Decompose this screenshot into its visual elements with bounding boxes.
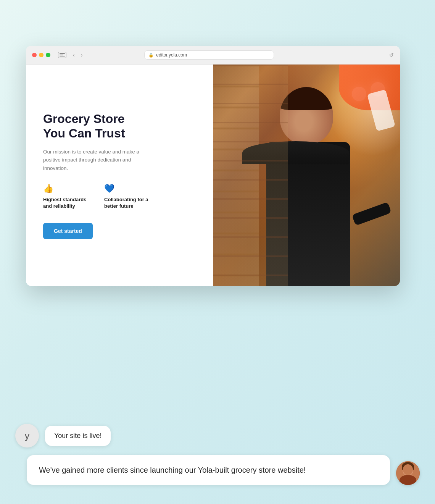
chat-bubble-2-content: We've gained more clients since launchin… <box>27 455 390 485</box>
svg-point-1 <box>403 465 413 476</box>
person-shoulders <box>242 141 349 164</box>
lock-icon: 🔒 <box>148 53 154 58</box>
user-avatar <box>396 461 420 485</box>
feature-collaboration: 💙 Collaborating for a better future <box>104 184 150 210</box>
maximize-button[interactable] <box>46 53 50 57</box>
chat-bubble-2-row: We've gained more clients since launchin… <box>27 455 420 485</box>
browser-toolbar: ‹ › 🔒 editor.yola.com ↺ <box>26 46 400 65</box>
shelf-left <box>213 65 259 286</box>
sidebar-toggle-button[interactable] <box>58 52 66 58</box>
user-avatar-svg <box>396 461 420 485</box>
svg-rect-3 <box>402 467 414 470</box>
feature-standards-label: Highest standards and reliability <box>43 197 89 210</box>
minimize-button[interactable] <box>39 53 44 57</box>
chat-section: y Your site is live! We've gained more c… <box>15 424 420 485</box>
hero-description: Our mission is to create value and make … <box>43 148 150 173</box>
svg-point-4 <box>400 478 416 485</box>
svg-point-2 <box>402 462 414 471</box>
browser-window: ‹ › 🔒 editor.yola.com ↺ Grocery Store Yo… <box>26 46 400 286</box>
thumbs-up-icon: 👍 <box>43 184 89 194</box>
reload-button[interactable]: ↺ <box>389 52 394 58</box>
sidebar-icon <box>58 52 66 58</box>
hero-title: Grocery Store You Can Trust <box>43 111 196 141</box>
traffic-lights <box>32 53 50 57</box>
browser-content: Grocery Store You Can Trust Our mission … <box>26 65 400 286</box>
features-row: 👍 Highest standards and reliability 💙 Co… <box>43 184 196 210</box>
person-hair <box>280 87 333 110</box>
chat-bubble-1-row: y Your site is live! <box>15 424 420 447</box>
yola-avatar-letter: y <box>25 430 30 442</box>
sidebar-icon-line <box>60 55 63 55</box>
svg-point-0 <box>396 461 420 485</box>
grocery-store-image <box>213 65 400 286</box>
yola-avatar: y <box>15 424 39 447</box>
hero-title-line1: Grocery Store <box>43 112 124 126</box>
heart-icon: 💙 <box>104 184 150 194</box>
close-button[interactable] <box>32 53 37 57</box>
hero-left-panel: Grocery Store You Can Trust Our mission … <box>26 65 213 286</box>
hero-title-line2: You Can Trust <box>43 126 125 140</box>
sidebar-icon-line <box>60 57 65 57</box>
forward-button[interactable]: › <box>79 51 85 59</box>
person-arm <box>351 202 391 226</box>
get-started-button[interactable]: Get started <box>43 223 93 239</box>
browser-nav: ‹ › <box>71 51 84 59</box>
person-head <box>280 87 333 144</box>
url-text: editor.yola.com <box>156 52 187 58</box>
sidebar-icon-line <box>60 53 65 54</box>
back-button[interactable]: ‹ <box>71 51 77 59</box>
hero-image-panel <box>213 65 400 286</box>
feature-standards: 👍 Highest standards and reliability <box>43 184 89 210</box>
feature-collaboration-label: Collaborating for a better future <box>104 197 150 210</box>
chat-bubble-1-content: Your site is live! <box>45 426 111 446</box>
address-bar[interactable]: 🔒 editor.yola.com <box>144 50 274 60</box>
